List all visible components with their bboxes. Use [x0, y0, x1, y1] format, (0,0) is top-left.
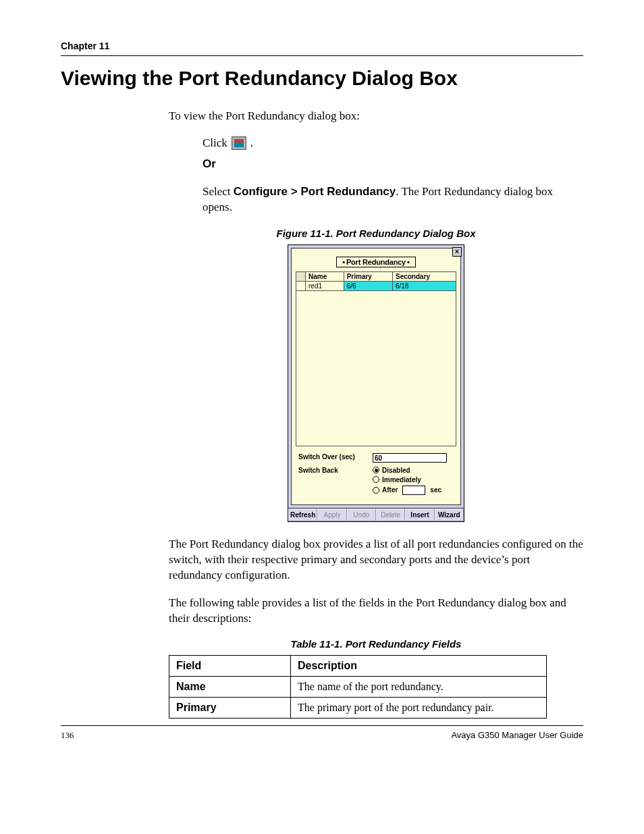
field-name: Name — [169, 677, 291, 698]
select-instruction: Select Configure > Port Redundancy. The … — [203, 184, 583, 215]
chapter-label: Chapter 11 — [61, 41, 583, 51]
radio-disabled-label: Disabled — [382, 467, 410, 474]
radio-immediately[interactable] — [373, 476, 379, 483]
table-caption: Table 11-1. Port Redundancy Fields — [169, 638, 583, 650]
or-label: Or — [203, 157, 216, 170]
footer-rule — [61, 725, 583, 726]
menu-path: Configure > Port Redundancy — [234, 185, 396, 198]
close-icon[interactable]: × — [452, 247, 462, 257]
port-redundancy-glyph — [234, 139, 244, 147]
col-name[interactable]: Name — [306, 271, 344, 281]
page-number: 136 — [61, 730, 74, 741]
select-prefix: Select — [203, 185, 234, 198]
intro-paragraph: To view the Port Redundancy dialog box: — [169, 109, 583, 124]
click-label: Click — [203, 136, 227, 150]
th-field: Field — [169, 656, 291, 677]
dialog-button-bar: Refresh Apply Undo Delete Insert Wizard — [288, 508, 464, 521]
switch-back-label: Switch Back — [298, 467, 373, 474]
section-title: Viewing the Port Redundancy Dialog Box — [61, 67, 583, 90]
redundancy-table: Name Primary Secondary red1 6/6 6/18 — [296, 271, 456, 291]
click-period: . — [250, 136, 253, 150]
table-row: Name The name of the port redundancy. — [169, 677, 547, 698]
delete-button[interactable]: Delete — [376, 509, 405, 521]
radio-after[interactable] — [373, 487, 379, 494]
col-secondary[interactable]: Secondary — [392, 271, 456, 281]
radio-immediately-label: Immediately — [382, 476, 421, 484]
table-body-empty — [296, 291, 456, 446]
radio-disabled[interactable] — [373, 467, 379, 473]
undo-button[interactable]: Undo — [347, 509, 376, 521]
refresh-button[interactable]: Refresh — [288, 509, 317, 521]
row-marker — [296, 281, 306, 290]
wizard-button[interactable]: Wizard — [435, 509, 464, 521]
port-redundancy-toolbar-icon — [232, 136, 246, 150]
field-desc: The primary port of the port redundancy … — [291, 698, 547, 719]
corner-cell — [296, 271, 306, 281]
header-rule — [61, 55, 583, 56]
apply-button[interactable]: Apply — [317, 509, 346, 521]
paragraph-after-figure: The Port Redundancy dialog box provides … — [169, 537, 583, 583]
field-desc: The name of the port redundancy. — [291, 677, 547, 698]
guide-title: Avaya G350 Manager User Guide — [451, 730, 583, 741]
port-redundancy-dialog: × Port Redundancy Name Primary Secondary… — [288, 244, 464, 522]
dialog-title: Port Redundancy — [336, 257, 415, 267]
after-seconds-input[interactable] — [402, 486, 425, 495]
insert-button[interactable]: Insert — [405, 509, 434, 521]
switch-over-input[interactable]: 60 — [373, 453, 447, 463]
th-description: Description — [291, 656, 547, 677]
table-row: Primary The primary port of the port red… — [169, 698, 547, 719]
field-name: Primary — [169, 698, 291, 719]
cell-name: red1 — [306, 281, 344, 290]
paragraph-table-intro: The following table provides a list of t… — [169, 596, 583, 627]
switch-over-label: Switch Over (sec) — [298, 453, 373, 461]
col-primary[interactable]: Primary — [344, 271, 392, 281]
fields-table: Field Description Name The name of the p… — [169, 655, 547, 719]
cell-primary: 6/6 — [344, 281, 392, 290]
table-row[interactable]: red1 6/6 6/18 — [296, 281, 456, 290]
click-instruction: Click . — [203, 136, 583, 150]
cell-secondary: 6/18 — [392, 281, 456, 290]
radio-after-label: After — [382, 486, 398, 494]
figure-caption: Figure 11-1. Port Redundancy Dialog Box — [169, 228, 583, 239]
sec-suffix: sec — [430, 486, 441, 494]
